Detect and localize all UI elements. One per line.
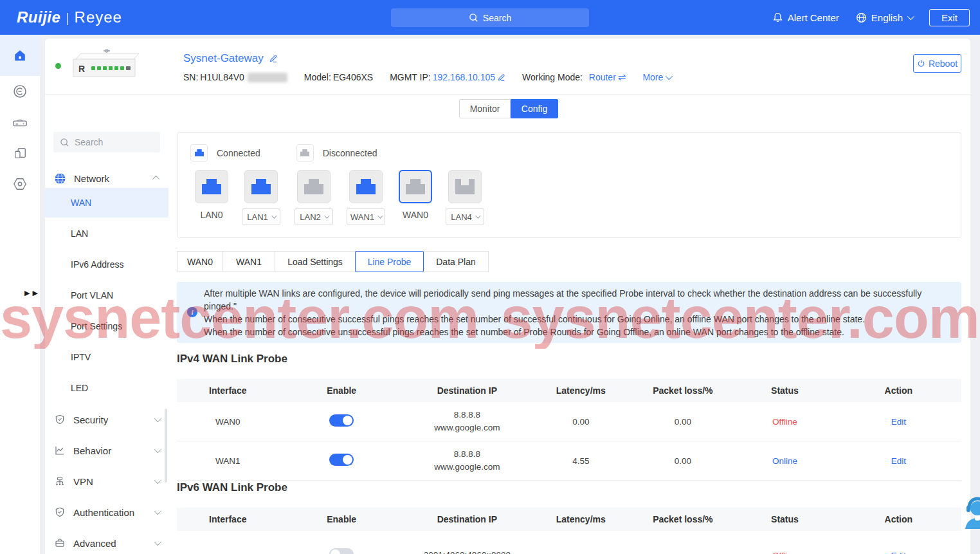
sidebar-item-lan[interactable]: LAN — [45, 219, 168, 248]
port-label-lan0: LAN0 — [191, 210, 232, 220]
support-agent-icon[interactable] — [963, 495, 980, 531]
brand-ruijie: Ruijie — [17, 8, 60, 26]
port-tile-lan0[interactable] — [195, 170, 228, 203]
global-search-label: Search — [483, 13, 511, 23]
globe-icon — [856, 12, 867, 23]
sidebar-item-led[interactable]: LED — [45, 373, 168, 403]
ipv6-probe-table: Interface Enable Destination IP Latency/… — [177, 508, 961, 554]
table-header-row: Interface Enable Destination IP Latency/… — [177, 508, 961, 531]
rj45-port-icon — [355, 178, 377, 196]
main-content: Connected Disconnected LAN0 LAN1 — [177, 39, 961, 554]
rail-gateway-item[interactable] — [0, 107, 40, 138]
sidebar-group-authentication[interactable]: Authentication — [45, 497, 168, 528]
cell-status: Offline — [734, 417, 836, 427]
ports-panel: Connected Disconnected LAN0 LAN1 — [177, 132, 961, 238]
ipv4-probe-table: Interface Enable Destination IP Latency/… — [177, 379, 961, 481]
port-select-wan1[interactable]: WAN1 — [347, 208, 385, 225]
sidebar-scrollbar-thumb[interactable] — [165, 409, 167, 483]
cell-interface: WAN0 — [177, 417, 279, 427]
table-row-wan1: WAN1 8.8.8.8 www.google.com 4.55 0.00 On… — [177, 441, 961, 481]
sidebar-group-advanced[interactable]: Advanced — [45, 528, 168, 554]
legend-disconnected-label: Disconnected — [323, 148, 377, 158]
port-wan1: WAN1 — [345, 170, 386, 225]
port-tile-lan1[interactable] — [244, 170, 278, 203]
tab-wan1[interactable]: WAN1 — [222, 251, 275, 272]
sidebar-item-ipv6-address[interactable]: IPv6 Address — [45, 250, 168, 279]
sidebar-item-wan[interactable]: WAN — [45, 188, 168, 217]
port-select-lan4[interactable]: LAN4 — [446, 208, 484, 225]
app-header: Ruijie | Reyee Search Alert Center Engli… — [0, 0, 980, 35]
cell-destination-ip: 2001:4860:4860::8888 — [404, 549, 530, 554]
sidebar-search[interactable] — [53, 132, 160, 152]
sidebar-group-behavior[interactable]: Behavior — [45, 435, 168, 466]
table-row-ipv6: 2001:4860:4860::8888 Offline Edit — [177, 531, 961, 554]
rail-system-item[interactable] — [0, 169, 40, 199]
sidebar-item-port-settings[interactable]: Port Settings — [45, 311, 168, 341]
note-line-2: When the number of consecutive successfu… — [204, 313, 948, 326]
sidebar-collapse-handle[interactable]: ▶▶ — [24, 289, 41, 297]
legend-connected-icon — [190, 144, 208, 162]
chart-icon — [54, 445, 66, 456]
enable-toggle[interactable] — [329, 454, 354, 466]
chevron-down-icon — [154, 508, 161, 515]
client-devices-icon — [13, 146, 27, 160]
port-tile-wan1[interactable] — [349, 170, 383, 203]
chevron-down-icon — [154, 446, 161, 453]
port-select-lan2[interactable]: LAN2 — [295, 208, 333, 225]
alert-center-button[interactable]: Alert Center — [772, 12, 839, 23]
chevron-down-icon — [154, 477, 161, 484]
cell-interface: WAN1 — [177, 456, 279, 466]
port-tile-lan4[interactable] — [448, 170, 482, 203]
port-label-wan0: WAN0 — [395, 210, 436, 220]
sidebar-search-input[interactable] — [75, 137, 152, 147]
content-card: R Sysnet-Gateway SN:H1UL84V0 Model:EG406… — [45, 39, 970, 554]
rail-devices-item[interactable] — [0, 138, 40, 169]
rail-clients-item[interactable] — [0, 76, 40, 107]
enable-toggle[interactable] — [329, 414, 354, 427]
port-lan4: LAN4 — [444, 170, 485, 225]
brand-reyee: Reyee — [75, 8, 122, 26]
cell-latency: 0.00 — [530, 417, 632, 427]
cell-destination-ip: 8.8.8.8 www.google.com — [404, 409, 530, 434]
tab-wan0[interactable]: WAN0 — [177, 251, 223, 272]
cell-latency: 4.55 — [530, 456, 632, 466]
port-select-lan1[interactable]: LAN1 — [242, 208, 280, 225]
network-globe-icon — [54, 172, 66, 185]
edit-link[interactable]: Edit — [891, 417, 906, 427]
port-tile-lan2[interactable] — [297, 170, 331, 203]
sidebar-group-label: Network — [74, 173, 109, 184]
edit-link[interactable]: Edit — [891, 456, 906, 466]
table-row-wan0: WAN0 8.8.8.8 www.google.com 0.00 0.00 Of… — [177, 402, 961, 441]
language-selector[interactable]: English — [856, 12, 912, 23]
info-icon: i — [187, 307, 197, 317]
sidebar-group-vpn[interactable]: VPN — [45, 466, 168, 497]
wan-tab-bar: WAN0 WAN1 Load Settings Line Probe Data … — [177, 251, 489, 272]
enable-toggle[interactable] — [329, 548, 354, 554]
ports-legend: Connected Disconnected — [190, 144, 377, 162]
sfp-port-icon — [454, 178, 476, 196]
tab-data-plan[interactable]: Data Plan — [423, 251, 489, 272]
chevron-down-icon — [271, 213, 277, 218]
gateway-device-icon — [12, 115, 28, 129]
cell-packet-loss: 0.00 — [632, 456, 734, 466]
brand-divider: | — [66, 11, 69, 26]
sidebar-group-security[interactable]: Security — [45, 404, 168, 435]
tab-load-settings[interactable]: Load Settings — [275, 251, 356, 272]
sidebar-item-iptv[interactable]: IPTV — [45, 342, 168, 372]
sidebar-item-port-vlan[interactable]: Port VLAN — [45, 281, 168, 310]
tab-line-probe[interactable]: Line Probe — [355, 251, 424, 272]
port-tile-wan0[interactable] — [399, 170, 432, 203]
rj45-port-icon — [404, 178, 426, 196]
rj45-port-icon — [201, 178, 222, 196]
search-icon — [469, 13, 478, 23]
chevron-down-icon — [475, 213, 480, 218]
vpn-hub-icon — [54, 476, 66, 487]
exit-button[interactable]: Exit — [929, 9, 970, 26]
rail-home-item[interactable] — [0, 35, 40, 76]
shield-check-icon — [54, 506, 66, 518]
brand-logo: Ruijie | Reyee — [17, 8, 122, 26]
ipv6-probe-title: IPv6 WAN Link Probe — [177, 481, 287, 494]
cell-packet-loss: 0.00 — [632, 417, 734, 427]
global-search-button[interactable]: Search — [391, 8, 589, 27]
edit-link[interactable]: Edit — [891, 551, 906, 554]
